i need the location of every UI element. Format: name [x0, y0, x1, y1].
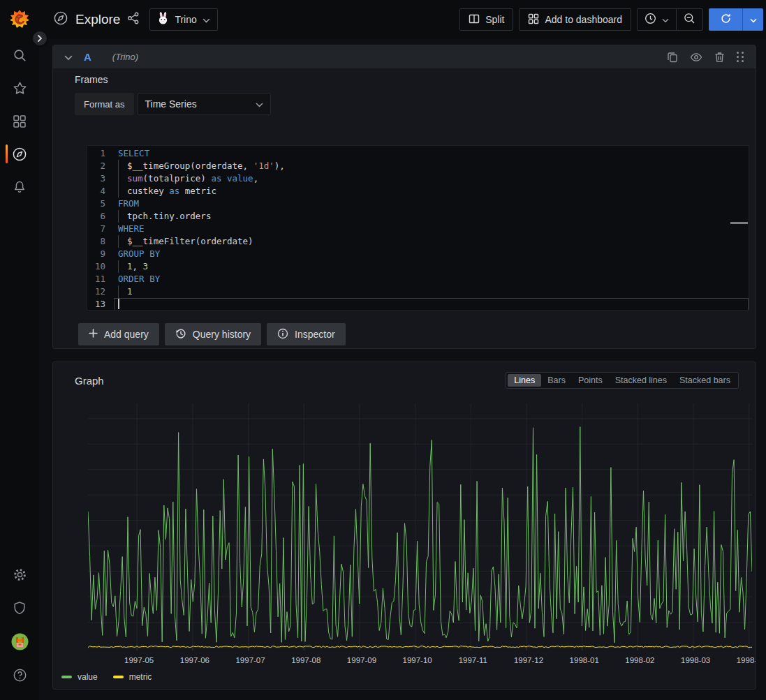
sql-code-editor[interactable]: 1SELECT2$__timeGroup(orderdate, '1d'),3s… [87, 145, 749, 311]
code-line[interactable]: 3sum(totalprice) as value, [87, 172, 749, 185]
clock-icon [645, 13, 656, 27]
graph-panel: Graph LinesBarsPointsStacked linesStacke… [52, 362, 756, 690]
chevron-down-icon [256, 98, 263, 110]
collapse-chevron-icon[interactable] [64, 51, 73, 64]
chevron-down-icon [202, 13, 210, 26]
inspector-button[interactable]: Inspector [267, 323, 346, 345]
code-line[interactable]: 101, 3 [87, 260, 749, 273]
sidebar-item-dashboards[interactable] [0, 105, 39, 137]
code-line[interactable]: 4custkey as metric [87, 185, 749, 198]
topbar: Explore Trino Split Add to dashboard [39, 0, 766, 39]
refresh-interval-dropdown[interactable] [742, 8, 763, 31]
format-as-label: Format as [75, 93, 134, 115]
sidebar-item-alerting[interactable] [0, 170, 39, 203]
star-icon [13, 81, 27, 96]
format-as-select[interactable]: Time Series [138, 93, 271, 115]
avatar [11, 633, 29, 650]
code-line[interactable]: 8$__timeFilter(orderdate) [87, 235, 749, 248]
compass-icon [12, 147, 27, 162]
sidebar-expand-button[interactable] [31, 29, 49, 47]
sidebar-item-starred[interactable] [0, 72, 39, 105]
datasource-picker[interactable]: Trino [149, 8, 217, 31]
legend-item-value[interactable]: value [61, 672, 98, 682]
y-tick-label: 250000 [64, 516, 88, 525]
split-button[interactable]: Split [459, 8, 513, 31]
query-row-header[interactable]: A (Trino) [53, 45, 756, 68]
graph-mode-points[interactable]: Points [572, 374, 609, 387]
legend-swatch [61, 676, 72, 678]
code-line[interactable]: 11ORDER BY [87, 273, 749, 285]
add-to-dashboard-button[interactable]: Add to dashboard [519, 8, 631, 31]
code-lines: 1SELECT2$__timeGroup(orderdate, '1d'),3s… [87, 146, 749, 311]
bell-icon [13, 180, 27, 194]
duplicate-query-button[interactable] [665, 50, 679, 64]
y-tick-label: 50000 [64, 618, 88, 627]
query-action-buttons: Add query Query history Inspector [78, 323, 756, 345]
query-editor-panel: A (Trino) Frames Format as Time Serie [52, 45, 756, 349]
time-range-picker[interactable] [638, 9, 676, 30]
x-tick-label: 1997-09 [347, 656, 376, 664]
legend-label: value [78, 672, 98, 682]
code-line[interactable]: 7WHERE [87, 223, 749, 235]
code-line[interactable]: 2$__timeGroup(orderdate, '1d'), [87, 160, 749, 172]
code-line[interactable]: 9GROUP BY [87, 248, 749, 260]
graph-legend: valuemetric [61, 672, 756, 682]
x-tick-label: 1998-01 [570, 656, 599, 664]
sidebar-bottom [0, 558, 39, 700]
query-history-label: Query history [193, 329, 251, 340]
x-tick-label: 1997-10 [403, 656, 432, 664]
topbar-left: Explore Trino [53, 8, 218, 31]
toggle-visibility-eye-button[interactable] [688, 51, 704, 64]
explore-compass-icon [53, 10, 68, 29]
sidebar-item-help[interactable] [0, 658, 39, 692]
plot-area[interactable] [88, 403, 752, 653]
code-line[interactable]: 121 [87, 285, 749, 298]
graph-mode-lines[interactable]: Lines [508, 374, 541, 387]
code-line[interactable]: 13 [87, 298, 749, 311]
sidebar-item-settings[interactable] [0, 558, 39, 591]
x-tick-label: 1998-03 [681, 656, 710, 664]
x-tick-label: 1997-07 [235, 656, 265, 664]
format-as-value: Time Series [145, 98, 197, 110]
code-line[interactable]: 1SELECT [87, 147, 749, 160]
sidebar-item-server-admin[interactable] [0, 591, 39, 625]
shield-icon [13, 601, 27, 616]
sidebar-item-explore[interactable] [0, 137, 39, 170]
y-tick-label: 450000 [64, 415, 88, 423]
grafana-app: Explore Trino Split Add to dashboard [0, 0, 766, 700]
legend-item-metric[interactable]: metric [113, 672, 152, 682]
x-tick-label: 1998-04 [737, 656, 756, 664]
datasource-name: Trino [175, 14, 196, 25]
graph-mode-bars[interactable]: Bars [541, 374, 572, 387]
y-tick-label: 300000 [64, 491, 88, 499]
y-axis-clip: 4500004000003500003000002500002000001500… [64, 403, 88, 653]
format-row: Format as Time Series [75, 93, 756, 115]
add-query-label: Add query [104, 329, 149, 340]
drag-handle[interactable] [735, 50, 746, 64]
info-icon [277, 328, 288, 341]
time-series-chart[interactable]: 4500004000003500003000002500002000001500… [53, 403, 756, 653]
refresh-controls [709, 8, 763, 31]
share-icon[interactable] [127, 12, 140, 27]
split-icon [469, 13, 480, 27]
split-label: Split [485, 14, 504, 25]
sidebar-item-profile[interactable] [0, 625, 39, 658]
query-history-button[interactable]: Query history [165, 323, 261, 345]
add-query-button[interactable]: Add query [78, 323, 159, 345]
code-line[interactable]: 6tpch.tiny.orders [87, 210, 749, 223]
x-tick-label: 1997-11 [459, 656, 487, 664]
zoom-out-button[interactable] [676, 9, 702, 30]
zoom-out-icon [684, 13, 695, 27]
page-title: Explore [75, 12, 120, 27]
x-tick-label: 1997-12 [514, 656, 543, 664]
apps-grid-icon [528, 13, 539, 27]
graph-mode-stacked-lines[interactable]: Stacked lines [609, 374, 673, 387]
history-icon [175, 328, 186, 341]
graph-mode-stacked-bars[interactable]: Stacked bars [673, 374, 737, 387]
y-tick-label: 100000 [64, 593, 88, 601]
delete-query-trash-button[interactable] [713, 50, 726, 64]
refresh-button[interactable] [709, 8, 742, 31]
code-line[interactable]: 5FROM [87, 198, 749, 210]
x-tick-label: 1997-06 [180, 656, 209, 664]
y-tick-label: 150000 [64, 567, 88, 576]
